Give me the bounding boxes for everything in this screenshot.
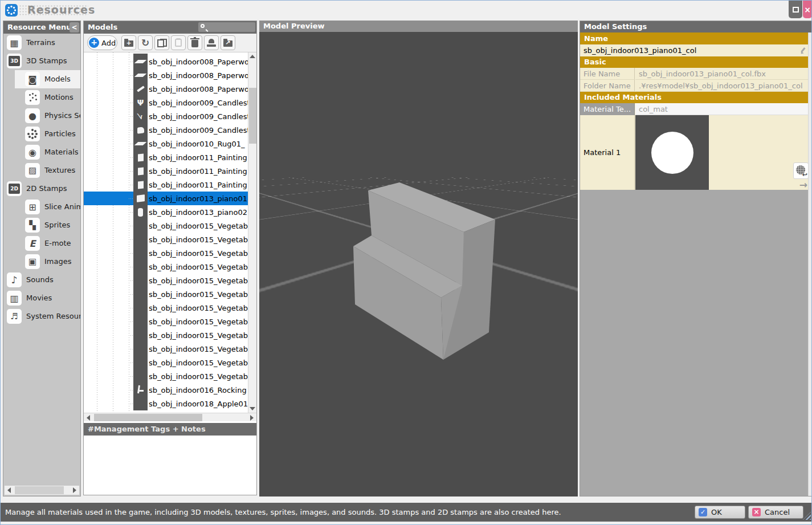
folder-name-value: .¥res¥model¥sb_obj_indoor013_piano01_col	[635, 80, 812, 92]
replace-button[interactable]: ↻	[138, 35, 153, 50]
scroll-left-icon[interactable]	[87, 415, 90, 421]
model-list-item[interactable]: sb_obj_indoor015_Vegetab	[84, 233, 248, 246]
texture-circle	[651, 132, 693, 174]
model-list-item[interactable]: sb_obj_indoor015_Vegetab	[84, 369, 248, 383]
model-list-item[interactable]: sb_obj_indoor015_Vegetab	[84, 274, 248, 287]
model-list-item[interactable]: sb_obj_indoor011_Painting	[84, 150, 248, 164]
model-item-label: sb_obj_indoor015_Vegetab	[149, 331, 248, 340]
sidebar-menu-item[interactable]: Particles	[3, 125, 80, 143]
sidebar-horizontal-scrollbar[interactable]	[5, 486, 79, 495]
scroll-down-icon[interactable]	[250, 407, 255, 410]
scroll-up-icon[interactable]	[250, 55, 255, 58]
notes-textarea[interactable]	[84, 436, 256, 495]
cancel-button[interactable]: × Cancel	[748, 506, 803, 519]
sidebar-menu-item[interactable]: Sprites	[3, 216, 80, 234]
sidebar-menu-item[interactable]: E-mote	[3, 234, 80, 253]
model-item-label: sb_obj_indoor015_Vegetab	[149, 304, 248, 312]
blank-icon	[133, 274, 148, 287]
model-list-item[interactable]: sb_obj_indoor015_Vegetab	[84, 356, 248, 369]
sidebar-menu-item[interactable]: 2D Stamps	[3, 180, 80, 198]
maximize-button[interactable]	[789, 1, 802, 18]
model-item-label: sb_obj_indoor015_Vegetab	[149, 276, 248, 285]
scroll-right-icon[interactable]	[250, 415, 254, 421]
titlebar[interactable]: Resources ×	[1, 1, 811, 19]
model-list-item[interactable]: sb_obj_indoor013_piano02	[84, 205, 248, 219]
material-texture-value: col_mat	[635, 103, 812, 115]
model-list-item[interactable]: sb_obj_indoor015_Vegetab	[84, 287, 248, 301]
blank-icon	[133, 342, 148, 356]
model-item-label: sb_obj_indoor016_Rocking	[149, 386, 248, 394]
sidebar-menu-item[interactable]: Physics Settings	[3, 107, 80, 125]
material-replace-button[interactable]: ↩	[793, 162, 809, 179]
sidebar-menu-item[interactable]: Movies	[3, 289, 80, 307]
model-list-item[interactable]: sb_obj_indoor009_Candlest	[84, 109, 248, 123]
sidebar-menu-item[interactable]: Slice Animations	[3, 198, 80, 216]
export-button[interactable]	[221, 35, 235, 50]
scroll-left-icon[interactable]	[7, 487, 11, 493]
model-list-item[interactable]: sb_obj_indoor008_Paperwo	[84, 55, 248, 68]
name-section-header: Name	[580, 32, 812, 44]
model-list-item[interactable]: sb_obj_indoor008_Paperwo	[84, 82, 248, 96]
sidebar-menu-item[interactable]: System Resources	[3, 307, 80, 325]
model-list-item[interactable]: sb_obj_indoor015_Vegetab	[84, 315, 248, 328]
material-forward-arrow-icon[interactable]: →	[799, 179, 807, 190]
model-list-item[interactable]: sb_obj_indoor015_Vegetab	[84, 328, 248, 342]
model-name-field[interactable]: sb_obj_indoor013_piano01_col	[580, 44, 812, 56]
particles-icon	[25, 127, 40, 141]
model-list-item[interactable]: sb_obj_indoor015_Vegetab	[84, 301, 248, 315]
ok-button[interactable]: ✓ OK	[695, 506, 745, 519]
sidebar-menu-item[interactable]: Sounds	[3, 271, 80, 289]
model-list-horizontal-scrollbar[interactable]	[84, 413, 256, 421]
sidebar-menu-item[interactable]: 3D Stamps	[3, 52, 80, 70]
maximize-icon	[793, 7, 799, 13]
sidebar-menu-item[interactable]: Materials	[3, 143, 80, 161]
sidebar-menu-item[interactable]: Textures	[3, 161, 80, 180]
physics-icon	[25, 108, 40, 123]
model-list-item[interactable]: sb_obj_indoor013_piano01	[84, 192, 248, 205]
model-list-item[interactable]: sb_obj_indoor009_Candlest	[84, 96, 248, 109]
new-folder-button[interactable]	[121, 35, 136, 50]
model-list-item[interactable]: sb_obj_indoor015_Vegetab	[84, 246, 248, 260]
sidebar-menu-item[interactable]: Terrains	[3, 34, 80, 52]
model-list-item[interactable]: sb_obj_indoor015_Vegetab	[84, 219, 248, 233]
model-item-label: sb_obj_indoor015_Vegetab	[149, 290, 248, 299]
model-list-vertical-scrollbar[interactable]	[248, 52, 256, 413]
model-list-item[interactable]: sb_obj_indoor015_Vegetab	[84, 260, 248, 274]
model-item-label: sb_obj_indoor015_Vegetab	[149, 372, 248, 381]
model-list-item[interactable]: sb_obj_indoor015_Vegetab	[84, 342, 248, 356]
model-list-item[interactable]: sb_obj_indoor018_Apple01	[84, 397, 248, 410]
sidebar-menu-item[interactable]: Models	[3, 70, 80, 88]
model-list-item[interactable]: sb_obj_indoor010_Rug01_	[84, 137, 248, 150]
sidebar-menu-item[interactable]: Images	[3, 253, 80, 271]
sidebar-menu-item[interactable]: Motions	[3, 88, 80, 107]
material-texture-preview[interactable]	[635, 115, 709, 190]
delete-button[interactable]	[187, 35, 202, 50]
search-input[interactable]	[198, 22, 255, 32]
blank-icon	[133, 246, 148, 260]
resource-menu-sidebar: Resource Menu < Terrains 3D Stamps Model…	[3, 21, 81, 496]
add-button[interactable]: + Add	[87, 35, 117, 50]
model-list-item[interactable]: sb_obj_indoor008_Paperwo	[84, 68, 248, 82]
copy-button[interactable]	[154, 35, 169, 50]
scrollbar-thumb[interactable]	[249, 88, 256, 144]
scrollbar-thumb[interactable]	[15, 486, 64, 494]
file-name-value: sb_obj_indoor013_piano01_col.fbx	[635, 68, 812, 80]
paste-button[interactable]	[171, 35, 186, 50]
model-list-item[interactable]: sb_obj_indoor016_Rocking	[84, 383, 248, 397]
model-list: sb_obj_indoor008_Paperwo sb_obj_indoor00…	[84, 52, 256, 413]
close-button[interactable]: ×	[803, 1, 812, 18]
model-item-label: sb_obj_indoor011_Painting	[149, 153, 248, 162]
sidebar-collapse-button[interactable]: <	[70, 22, 79, 32]
model-list-item[interactable]: sb_obj_indoor011_Painting	[84, 164, 248, 178]
scrollbar-thumb[interactable]	[94, 414, 202, 421]
scroll-right-icon[interactable]	[73, 487, 76, 493]
settings-scrollbar-track[interactable]	[808, 32, 812, 496]
model-list-item[interactable]: sb_obj_indoor009_Candlest	[84, 123, 248, 137]
piano-model-3d	[259, 32, 578, 496]
model-item-label: sb_obj_indoor011_Painting	[149, 181, 248, 189]
model-item-label: sb_obj_indoor015_Vegetab	[149, 249, 248, 258]
model-preview-viewport[interactable]	[259, 32, 578, 496]
model-list-item[interactable]: sb_obj_indoor011_Painting	[84, 178, 248, 192]
stamp-button[interactable]	[204, 35, 219, 50]
edit-pencil-icon[interactable]	[799, 47, 806, 54]
